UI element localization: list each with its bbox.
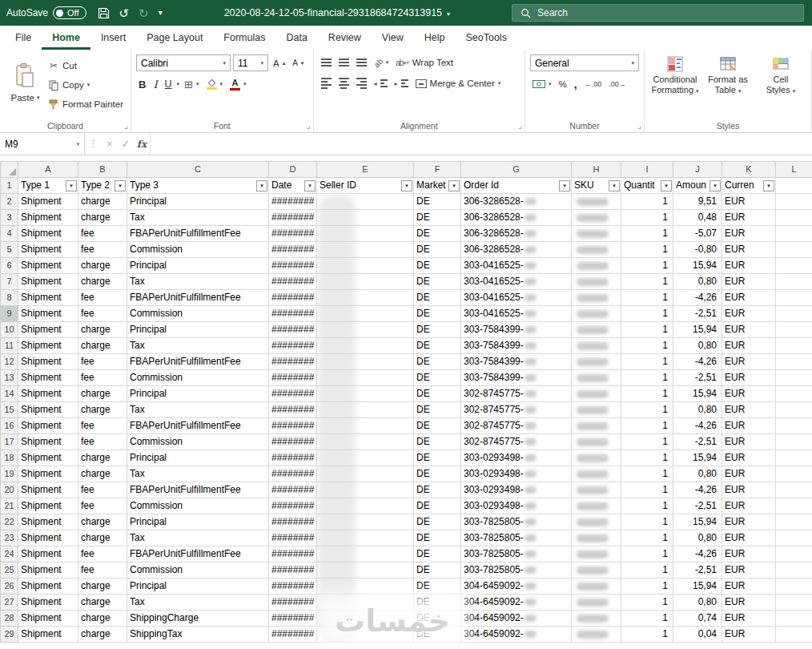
- cell-B5[interactable]: fee: [78, 242, 127, 258]
- col-header-L[interactable]: L: [776, 162, 812, 178]
- cell-E29[interactable]: [317, 627, 414, 643]
- cell-C4[interactable]: FBAPerUnitFulfillmentFee: [127, 226, 269, 242]
- col-header-C[interactable]: C: [127, 162, 269, 178]
- cell-G7[interactable]: 303-0416525-: [461, 274, 572, 290]
- cell-G4[interactable]: 306-3286528-: [461, 226, 572, 242]
- cell-B14[interactable]: charge: [78, 386, 127, 402]
- format-as-table-button[interactable]: Format asTable ▾: [702, 53, 754, 116]
- cell-A18[interactable]: Shipment: [18, 450, 78, 466]
- autosave-toggle[interactable]: Off: [53, 6, 86, 19]
- cell-C25[interactable]: Commission: [127, 562, 269, 578]
- filter-dropdown-E[interactable]: ▾: [401, 180, 412, 191]
- cell-I3[interactable]: 1: [621, 210, 673, 226]
- row-header-18[interactable]: 18: [1, 450, 18, 466]
- col-header-B[interactable]: B: [78, 162, 127, 178]
- cell-D5[interactable]: ########: [269, 242, 317, 258]
- cell-F22[interactable]: DE: [414, 514, 461, 530]
- cell-I8[interactable]: 1: [621, 290, 673, 306]
- cut-button[interactable]: ✂Cut: [46, 58, 126, 74]
- cell-H22[interactable]: [572, 514, 621, 530]
- cell-L29[interactable]: [776, 627, 812, 643]
- merge-center-button[interactable]: Merge & Center▾: [413, 75, 504, 91]
- cell-D9[interactable]: ########: [269, 306, 317, 322]
- tab-review[interactable]: Review: [318, 26, 372, 50]
- cell-L14[interactable]: [776, 386, 812, 402]
- cell-L1[interactable]: [776, 178, 812, 194]
- cell-D2[interactable]: ########: [269, 194, 317, 210]
- row-header-16[interactable]: 16: [1, 418, 18, 434]
- cell-D20[interactable]: ########: [269, 482, 317, 498]
- cell-J4[interactable]: -5,07: [673, 226, 722, 242]
- cell-C11[interactable]: Tax: [127, 338, 269, 354]
- cell-B27[interactable]: charge: [78, 595, 127, 611]
- cell-D29[interactable]: ########: [269, 627, 317, 643]
- increase-decimal-button[interactable]: ←.00: [582, 76, 605, 92]
- row-header-19[interactable]: 19: [1, 466, 18, 482]
- tab-seotools[interactable]: SeoTools: [455, 26, 517, 50]
- cell-J6[interactable]: 15,94: [673, 258, 722, 274]
- undo-icon[interactable]: ↺: [119, 7, 130, 19]
- redo-icon[interactable]: ↻: [139, 7, 149, 19]
- cell-L12[interactable]: [776, 354, 812, 370]
- cell-H7[interactable]: [572, 274, 621, 290]
- cell-G25[interactable]: 303-7825805-: [461, 562, 572, 578]
- cell-J18[interactable]: 15,94: [673, 450, 722, 466]
- cell-K10[interactable]: EUR: [722, 322, 776, 338]
- cell-A12[interactable]: Shipment: [18, 354, 78, 370]
- cell-J16[interactable]: -4,26: [673, 418, 722, 434]
- cell-J13[interactable]: -2,51: [673, 370, 722, 386]
- formula-input[interactable]: [150, 133, 812, 155]
- cell-G20[interactable]: 303-0293498-: [461, 482, 572, 498]
- cell-L7[interactable]: [776, 274, 812, 290]
- cell-H28[interactable]: [572, 611, 621, 627]
- cell-I5[interactable]: 1: [621, 242, 673, 258]
- cell-L23[interactable]: [776, 530, 812, 546]
- cell-E11[interactable]: [317, 338, 414, 354]
- cell-D15[interactable]: ########: [269, 402, 317, 418]
- cell-C19[interactable]: Tax: [127, 466, 269, 482]
- cell-I1[interactable]: Quantit▾: [621, 178, 673, 194]
- cell-F4[interactable]: DE: [414, 226, 461, 242]
- col-header-A[interactable]: A: [18, 162, 78, 178]
- cell-E13[interactable]: [317, 370, 414, 386]
- cell-K27[interactable]: EUR: [722, 595, 776, 611]
- cell-C26[interactable]: Principal: [127, 578, 269, 595]
- cell-L26[interactable]: [776, 578, 812, 595]
- cell-H20[interactable]: [572, 482, 621, 498]
- cell-E9[interactable]: [317, 306, 414, 322]
- cell-H18[interactable]: [572, 450, 621, 466]
- cell-A10[interactable]: Shipment: [18, 322, 78, 338]
- cell-C2[interactable]: Principal: [127, 194, 269, 210]
- cell-F28[interactable]: DE: [414, 611, 461, 627]
- cell-D23[interactable]: ########: [269, 530, 317, 546]
- cell-E24[interactable]: [317, 546, 414, 562]
- cell-G13[interactable]: 303-7584399-: [461, 370, 572, 386]
- row-header-22[interactable]: 22: [1, 514, 18, 530]
- cell-A14[interactable]: Shipment: [18, 386, 78, 402]
- cell-A16[interactable]: Shipment: [18, 418, 78, 434]
- cell-C5[interactable]: Commission: [127, 242, 269, 258]
- cell-L2[interactable]: [776, 194, 812, 210]
- cell-J28[interactable]: 0,74: [673, 611, 722, 627]
- bottom-align-button[interactable]: [354, 54, 369, 71]
- cell-L10[interactable]: [776, 322, 812, 338]
- select-all-corner[interactable]: [1, 162, 18, 178]
- cell-B16[interactable]: fee: [78, 418, 127, 434]
- cell-B22[interactable]: charge: [78, 514, 127, 530]
- cell-I20[interactable]: 1: [621, 482, 673, 498]
- cell-J19[interactable]: 0,80: [673, 466, 722, 482]
- cell-G17[interactable]: 302-8745775-: [461, 434, 572, 450]
- cell-G23[interactable]: 303-7825805-: [461, 530, 572, 546]
- cell-B21[interactable]: fee: [78, 498, 127, 514]
- row-header-6[interactable]: 6: [1, 258, 18, 274]
- align-center-button[interactable]: [336, 75, 352, 91]
- filter-dropdown-F[interactable]: ▾: [448, 180, 460, 191]
- cell-G10[interactable]: 303-7584399-: [461, 322, 572, 338]
- cell-A6[interactable]: Shipment: [18, 258, 78, 274]
- cell-J8[interactable]: -4,26: [673, 290, 722, 306]
- font-dialog-launcher-icon[interactable]: ⌟: [307, 121, 311, 130]
- font-color-button[interactable]: A▾: [227, 76, 249, 92]
- cell-K28[interactable]: EUR: [722, 611, 776, 627]
- cell-D25[interactable]: ########: [269, 562, 317, 578]
- conditional-formatting-button[interactable]: ConditionalFormatting ▾: [649, 53, 701, 116]
